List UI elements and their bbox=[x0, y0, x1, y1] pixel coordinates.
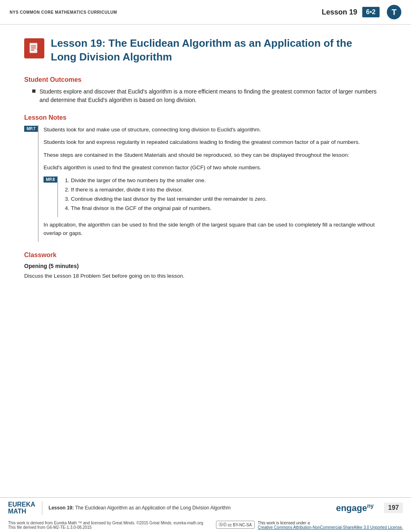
mp7-badge: MP.7 bbox=[24, 126, 38, 132]
student-outcomes-section: Student Outcomes Students explore and di… bbox=[24, 76, 387, 104]
classwork-section: Classwork Opening (5 minutes) Discuss th… bbox=[24, 251, 387, 281]
page-footer: EUREKA MATH Lesson 19: The Euclidean Alg… bbox=[0, 497, 411, 532]
algorithm-step-1: Divide the larger of the two numbers by … bbox=[71, 176, 387, 185]
mp8-badge: MP.8 bbox=[44, 177, 57, 183]
document-icon bbox=[28, 42, 41, 55]
lesson-notes-para3: These steps are contained in the Student… bbox=[44, 151, 387, 160]
lesson-notes-heading: Lesson Notes bbox=[24, 114, 387, 121]
title-text: Lesson 19: The Euclidean Algorithm as an… bbox=[51, 37, 352, 64]
classwork-heading: Classwork bbox=[24, 251, 387, 259]
cc-label: cc BY-NC-SA bbox=[228, 523, 252, 527]
bullet-icon bbox=[32, 89, 35, 93]
footer-lesson-desc: The Euclidean Algorithm as an Applicatio… bbox=[75, 505, 230, 511]
curriculum-label: NYS COMMON CORE MATHEMATICS CURRICULUM bbox=[10, 10, 322, 15]
opening-text: Discuss the Lesson 18 Problem Set before… bbox=[24, 272, 387, 281]
lesson-notes-para2: Students look for and express regularity… bbox=[44, 138, 387, 147]
student-outcomes-heading: Student Outcomes bbox=[24, 76, 387, 83]
footer-bottom-bar: This work is derived from Eureka Math ™ … bbox=[0, 518, 411, 532]
footer-copyright: This work is derived from Eureka Math ™ … bbox=[8, 521, 210, 530]
footer-lesson-num: Lesson 19: bbox=[49, 505, 74, 511]
opening-title: Opening (5 minutes) bbox=[24, 263, 387, 269]
lesson-notes-section: Lesson Notes MP.7 Students look for and … bbox=[24, 114, 387, 242]
outcome-bullet-item: Students explore and discover that Eucli… bbox=[24, 87, 387, 104]
mp7-row: MP.7 Students look for and make use of s… bbox=[24, 125, 387, 242]
lesson-icon bbox=[24, 38, 44, 58]
engage-logo: engageny bbox=[336, 503, 374, 513]
mp8-row: MP.8 Divide the larger of the two number… bbox=[44, 176, 387, 217]
eureka-line2: MATH bbox=[8, 508, 35, 515]
algorithm-ordered-list: Divide the larger of the two numbers by … bbox=[71, 176, 387, 213]
page-header: NYS COMMON CORE MATHEMATICS CURRICULUM L… bbox=[0, 0, 411, 25]
copyright-line1: This work is derived from Eureka Math ™ … bbox=[8, 521, 210, 525]
lesson-notes-para1: Students look for and make use of struct… bbox=[44, 125, 387, 134]
teacher-badge: T bbox=[387, 5, 401, 19]
copyright-line2: This file derived from G6-M2-TE-1.3.0-08… bbox=[8, 525, 210, 530]
page-title: Lesson 19: The Euclidean Algorithm as an… bbox=[51, 37, 352, 64]
page-number: 197 bbox=[384, 503, 403, 513]
mp8-sidebar-content: Divide the larger of the two numbers by … bbox=[57, 176, 387, 217]
mp7-sidebar-content: Students look for and make use of struct… bbox=[38, 125, 387, 242]
eureka-logo: EUREKA MATH bbox=[8, 501, 42, 515]
outcome-text: Students explore and discover that Eucli… bbox=[39, 87, 387, 104]
cc-badge: ⒶⒸ cc BY-NC-SA bbox=[216, 521, 255, 529]
footer-license-text: This work is licensed under a Creative C… bbox=[258, 521, 403, 530]
footer-lesson-info: Lesson 19: The Euclidean Algorithm as an… bbox=[49, 505, 330, 511]
license-text: This work is licensed under a bbox=[258, 521, 403, 525]
header-right-section: Lesson 19 6•2 T bbox=[322, 5, 401, 19]
title-section: Lesson 19: The Euclidean Algorithm as an… bbox=[24, 37, 387, 64]
algorithm-step-2: If there is a remainder, divide it into … bbox=[71, 185, 387, 195]
footer-top-bar: EUREKA MATH Lesson 19: The Euclidean Alg… bbox=[0, 498, 411, 518]
algorithm-step-3: Continue dividing the last divisor by th… bbox=[71, 195, 387, 204]
algorithm-step-4: The final divisor is the GCF of the orig… bbox=[71, 204, 387, 213]
main-content: Lesson 19: The Euclidean Algorithm as an… bbox=[0, 25, 411, 293]
cc-icon: ⒶⒸ bbox=[219, 522, 227, 528]
lesson-number-label: Lesson 19 bbox=[322, 8, 357, 17]
grade-badge: 6•2 bbox=[362, 7, 380, 17]
license-link[interactable]: Creative Commons Attribution-NonCommerci… bbox=[258, 525, 403, 530]
eureka-line1: EUREKA bbox=[8, 501, 35, 508]
lesson-notes-para4: Euclid's algorithm is used to find the g… bbox=[44, 163, 387, 172]
footer-license-info: ⒶⒸ cc BY-NC-SA This work is licensed und… bbox=[216, 521, 403, 530]
lesson-notes-para5: In application, the algorithm can be use… bbox=[44, 220, 387, 238]
